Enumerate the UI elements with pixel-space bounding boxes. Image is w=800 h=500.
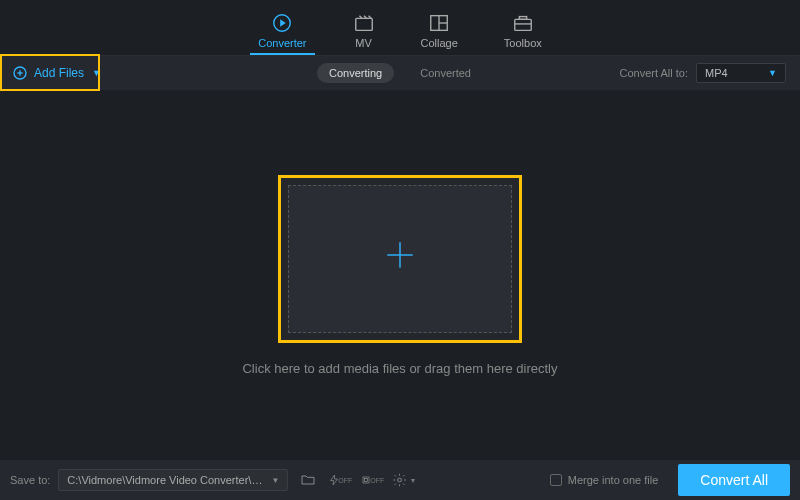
convert-all-to: Convert All to: MP4 ▼	[620, 63, 800, 83]
mv-icon	[353, 12, 375, 34]
svg-rect-7	[519, 17, 526, 20]
svg-marker-1	[281, 19, 287, 26]
format-value: MP4	[705, 67, 728, 79]
toolbox-icon	[512, 12, 534, 34]
chevron-down-icon: ▼	[92, 68, 101, 78]
tab-label: Collage	[421, 37, 458, 49]
merge-checkbox[interactable]: Merge into one file	[550, 474, 659, 486]
plus-circle-icon	[12, 65, 28, 81]
save-path-value: C:\Vidmore\Vidmore Video Converter\Conve…	[67, 474, 269, 486]
tab-toolbox[interactable]: Toolbox	[496, 12, 550, 55]
top-nav: Converter MV Collage Toolb	[0, 0, 800, 56]
boost-button[interactable]: OFF	[328, 468, 352, 492]
checkbox-icon	[550, 474, 562, 486]
tab-label: Converter	[258, 37, 306, 49]
convert-all-button[interactable]: Convert All	[678, 464, 790, 496]
drop-zone[interactable]	[288, 185, 512, 333]
plus-icon	[383, 238, 417, 280]
highlight-drop-zone	[278, 175, 522, 343]
main-area: Click here to add media files or drag th…	[0, 90, 800, 460]
gear-icon	[392, 472, 407, 488]
tab-mv[interactable]: MV	[345, 12, 383, 55]
svg-rect-2	[355, 18, 372, 30]
drop-hint-text: Click here to add media files or drag th…	[242, 361, 557, 376]
chevron-down-icon: ▼	[409, 477, 416, 484]
gpu-button[interactable]: OFF	[360, 468, 384, 492]
status-tabs: Converting Converted	[317, 63, 483, 83]
tab-converter[interactable]: Converter	[250, 12, 314, 55]
bottom-bar: Save to: C:\Vidmore\Vidmore Video Conver…	[0, 460, 800, 500]
chevron-down-icon: ▼	[271, 476, 279, 485]
add-files-button[interactable]: Add Files ▼	[0, 56, 113, 90]
add-files-label: Add Files	[34, 66, 84, 80]
svg-marker-14	[331, 475, 338, 485]
svg-point-17	[398, 478, 402, 482]
svg-rect-6	[515, 19, 532, 30]
tab-collage[interactable]: Collage	[413, 12, 466, 55]
merge-label: Merge into one file	[568, 474, 659, 486]
tab-converted[interactable]: Converted	[408, 63, 483, 83]
sub-bar: Add Files ▼ Converting Converted Convert…	[0, 56, 800, 90]
format-select[interactable]: MP4 ▼	[696, 63, 786, 83]
converter-icon	[271, 12, 293, 34]
tab-converting[interactable]: Converting	[317, 63, 394, 83]
svg-rect-16	[365, 479, 368, 482]
convert-to-label: Convert All to:	[620, 67, 688, 79]
tab-label: MV	[355, 37, 372, 49]
folder-icon	[300, 472, 316, 488]
open-folder-button[interactable]	[296, 468, 320, 492]
collage-icon	[428, 12, 450, 34]
svg-rect-15	[363, 477, 369, 483]
settings-button[interactable]: ▼	[392, 468, 416, 492]
save-path-select[interactable]: C:\Vidmore\Vidmore Video Converter\Conve…	[58, 469, 288, 491]
tab-label: Toolbox	[504, 37, 542, 49]
save-to-label: Save to:	[10, 474, 50, 486]
chevron-down-icon: ▼	[768, 68, 777, 78]
